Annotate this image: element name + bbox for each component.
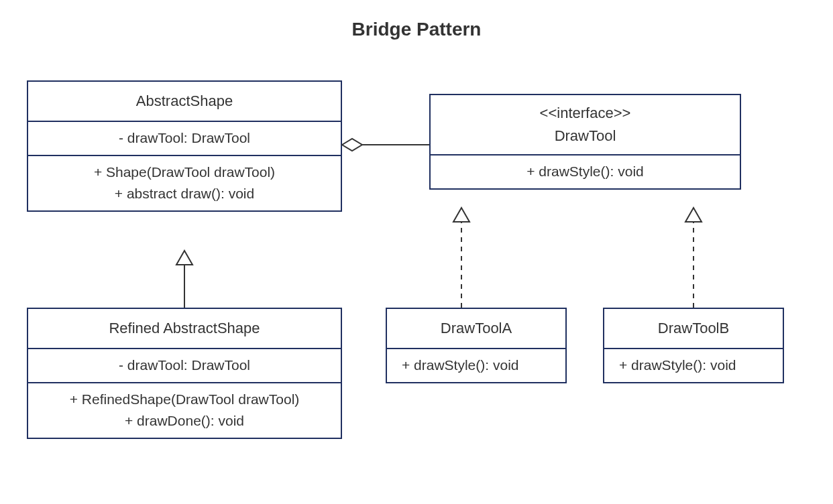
class-name: DrawTool	[440, 125, 730, 147]
class-abstract-shape: AbstractShape - drawTool: DrawTool + Sha…	[27, 80, 342, 212]
class-draw-tool: <<interface>> DrawTool + drawStyle(): vo…	[429, 94, 741, 190]
realization-connector-b	[685, 208, 702, 308]
class-attributes: - drawTool: DrawTool	[28, 121, 341, 155]
class-operations: + Shape(DrawTool drawTool) + abstract dr…	[28, 155, 341, 210]
class-operations: + drawStyle(): void	[604, 348, 783, 382]
class-name: Refined AbstractShape	[28, 309, 341, 348]
realization-connector-a	[453, 208, 469, 308]
class-attributes: - drawTool: DrawTool	[28, 348, 341, 382]
diagram-canvas: Bridge Pattern AbstractShape - drawTool:…	[0, 0, 833, 504]
svg-marker-3	[176, 251, 192, 265]
operation: + abstract draw(): void	[38, 183, 331, 205]
class-operations: + drawStyle(): void	[431, 154, 740, 188]
class-header: <<interface>> DrawTool	[431, 95, 740, 154]
diagram-title: Bridge Pattern	[0, 19, 833, 40]
operation: + RefinedShape(DrawTool drawTool)	[38, 389, 331, 411]
class-name: DrawToolB	[604, 309, 783, 348]
operation: + drawDone(): void	[38, 410, 331, 432]
class-name: AbstractShape	[28, 82, 341, 121]
class-operations: + drawStyle(): void	[387, 348, 565, 382]
class-name: DrawToolA	[387, 309, 565, 348]
svg-marker-7	[685, 208, 702, 222]
generalization-connector	[176, 251, 192, 308]
class-refined-shape: Refined AbstractShape - drawTool: DrawTo…	[27, 308, 342, 439]
class-draw-tool-a: DrawToolA + drawStyle(): void	[386, 308, 567, 383]
class-operations: + RefinedShape(DrawTool drawTool) + draw…	[28, 382, 341, 438]
svg-marker-1	[342, 139, 362, 151]
stereotype: <<interface>>	[440, 102, 730, 125]
svg-marker-5	[453, 208, 469, 222]
class-draw-tool-b: DrawToolB + drawStyle(): void	[603, 308, 784, 383]
operation: + Shape(DrawTool drawTool)	[38, 162, 331, 184]
aggregation-connector	[342, 139, 429, 151]
